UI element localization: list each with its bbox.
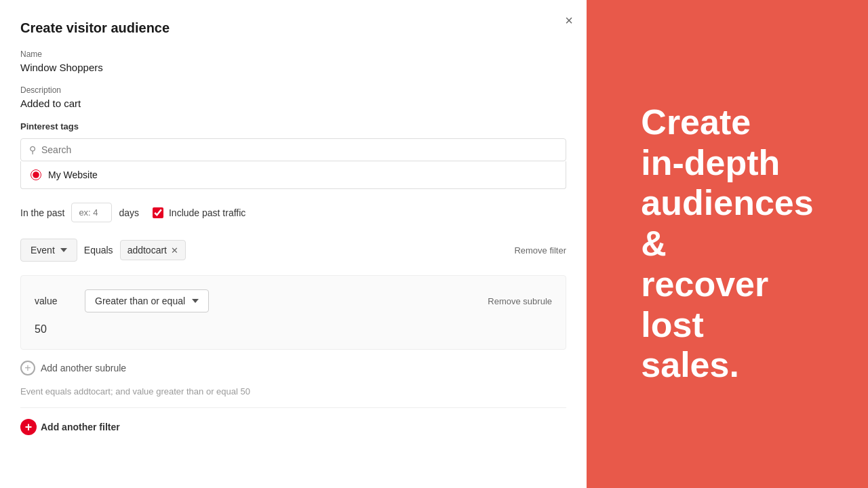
remove-subrule-button[interactable]: Remove subrule bbox=[488, 296, 552, 306]
dialog-title: Create visitor audience bbox=[20, 20, 566, 36]
subrule-row: value Greater than or equal Remove subru… bbox=[35, 289, 552, 312]
tag-chip: addtocart ✕ bbox=[120, 240, 186, 260]
subrule-value-label: value bbox=[35, 296, 75, 306]
description-label: Description bbox=[20, 85, 566, 95]
name-value: Window Shoppers bbox=[20, 62, 566, 73]
promo-line1: Create bbox=[641, 102, 751, 142]
promo-line6: lost bbox=[641, 305, 703, 344]
description-value: Added to cart bbox=[20, 98, 566, 109]
remove-tag-icon[interactable]: ✕ bbox=[171, 245, 178, 256]
filter-row: Event Equals addtocart ✕ Remove filter bbox=[20, 239, 566, 262]
my-website-label: My Website bbox=[48, 169, 98, 180]
search-input[interactable] bbox=[41, 144, 557, 155]
promo-line4: & bbox=[641, 224, 667, 263]
promo-line3: audiences bbox=[641, 183, 813, 222]
past-row: In the past days Include past traffic bbox=[20, 203, 566, 222]
operator-dropdown-button[interactable]: Greater than or equal bbox=[85, 289, 209, 312]
tag-value: addtocart bbox=[127, 245, 167, 256]
my-website-radio[interactable] bbox=[31, 169, 41, 180]
pinterest-tags-label: Pinterest tags bbox=[20, 121, 566, 131]
subrule-section: value Greater than or equal Remove subru… bbox=[20, 275, 566, 350]
include-past-traffic-checkbox[interactable] bbox=[153, 207, 163, 218]
bottom-bar: + Add another filter bbox=[20, 407, 566, 435]
equals-label: Equals bbox=[84, 245, 113, 256]
add-subrule-icon[interactable]: + bbox=[20, 361, 35, 375]
add-filter-button[interactable]: + Add another filter bbox=[20, 419, 120, 435]
days-input[interactable] bbox=[71, 203, 112, 222]
operator-label: Greater than or equal bbox=[95, 296, 185, 306]
event-label: Event bbox=[31, 245, 55, 256]
add-filter-label: Add another filter bbox=[41, 422, 120, 432]
add-filter-icon: + bbox=[20, 419, 37, 435]
event-dropdown-button[interactable]: Event bbox=[20, 239, 77, 262]
name-label: Name bbox=[20, 49, 566, 59]
promo-panel: Create in-depth audiences & recover lost… bbox=[587, 0, 868, 488]
promo-line7: sales. bbox=[641, 345, 739, 384]
add-subrule-label[interactable]: Add another subrule bbox=[41, 363, 126, 373]
add-subrule-row: + Add another subrule bbox=[20, 361, 566, 375]
close-button[interactable]: × bbox=[565, 14, 573, 27]
include-past-traffic-text: Include past traffic bbox=[169, 207, 245, 218]
days-label: days bbox=[119, 207, 139, 218]
radio-option: My Website bbox=[20, 161, 566, 189]
summary-text: Event equals addtocart; and value greate… bbox=[20, 386, 566, 396]
promo-line2: in-depth bbox=[641, 143, 780, 182]
search-icon: ⚲ bbox=[29, 144, 36, 155]
event-chevron-icon bbox=[60, 248, 67, 252]
promo-line5: recover bbox=[641, 264, 768, 304]
operator-chevron-icon bbox=[192, 299, 199, 303]
promo-text: Create in-depth audiences & recover lost… bbox=[641, 102, 813, 386]
search-box: ⚲ bbox=[20, 138, 566, 161]
past-label: In the past bbox=[20, 207, 64, 218]
include-past-traffic-label: Include past traffic bbox=[153, 207, 245, 218]
dialog-panel: Create visitor audience × Name Window Sh… bbox=[0, 0, 587, 488]
subrule-value: 50 bbox=[35, 323, 552, 336]
remove-filter-button[interactable]: Remove filter bbox=[514, 245, 566, 256]
